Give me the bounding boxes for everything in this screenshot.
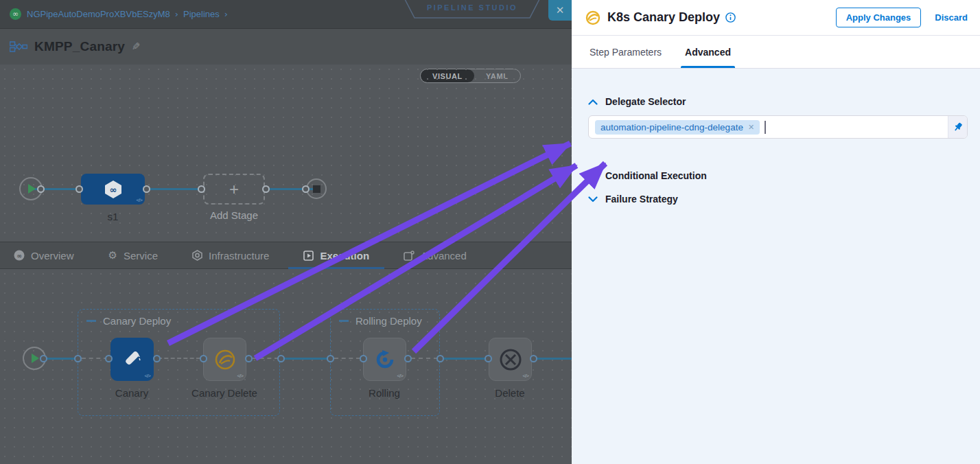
step-label: Canary Delete [176,387,272,399]
graph-port[interactable] [143,185,150,193]
connector-dashed [82,358,108,359]
graph-port[interactable] [200,355,207,362]
delegate-selector-input[interactable]: automation-pipeline-cdng-delegate ✕ [588,115,968,139]
code-icon: </> [522,373,528,379]
tab-advanced[interactable]: Advanced [401,242,469,268]
graph-port[interactable] [327,355,334,362]
graph-port[interactable] [75,185,83,193]
add-stage-button[interactable]: + [203,174,265,205]
chevron-down-icon[interactable] [588,173,598,179]
connector-line [536,358,572,360]
tab-step-parameters[interactable]: Step Parameters [588,36,663,68]
collapse-group-icon[interactable] [339,320,349,322]
panel-body: Delegate Selector automation-pipeline-cd… [572,69,980,205]
stop-icon [313,185,320,193]
rolling-step-icon [374,349,396,371]
connector-dashed [158,358,200,359]
section-title: Failure Strategy [605,194,678,205]
graph-port[interactable] [40,355,47,362]
connector-line [284,358,327,360]
breadcrumb-separator: › [224,9,228,19]
panel-title: K8s Canary Deploy [607,10,720,25]
conditional-execution-section[interactable]: Conditional Execution [588,170,968,181]
studio-badge-label: PIPELINE STUDIO [404,3,541,12]
graph-port[interactable] [485,355,492,362]
pipeline-studio-left-pane: ∞ NGPipeAutoDemoProXBVbESzyM8 › Pipeline… [0,0,572,464]
connector-line [145,188,203,190]
graph-port[interactable] [153,355,161,362]
graph-port[interactable] [404,355,412,362]
tab-execution[interactable]: Execution [301,242,372,268]
remove-tag-icon[interactable]: ✕ [748,124,754,131]
breadcrumb-project[interactable]: NGPipeAutoDemoProXBVbESzyM8 [27,9,170,19]
group-label: Canary Deploy [103,315,171,327]
connector-dashed [253,358,279,359]
execution-graph-canvas[interactable]: Canary Deploy Rolling Deploy [0,269,572,464]
stage-tabbar: ∞ Overview ⚙ Service Infrastructure Exec… [0,242,572,269]
panel-header: K8s Canary Deploy Apply Changes Discard [572,0,980,36]
collapse-group-icon[interactable] [86,320,96,322]
breadcrumb-pipelines[interactable]: Pipelines [183,9,220,19]
chevron-up-icon[interactable] [588,99,598,105]
stage-node-s1[interactable]: ∞ </> [81,174,145,205]
k8s-canary-deploy-icon [585,10,600,25]
pipeline-titlebar: KMPP_Canary ✎ VISUAL YAML [0,29,572,65]
apply-changes-button[interactable]: Apply Changes [836,8,922,27]
step-node-rolling[interactable]: </> [363,338,406,381]
pin-button[interactable] [948,116,967,138]
graph-port[interactable] [245,355,253,362]
pipeline-title: KMPP_Canary [34,39,125,54]
step-group-canary-deploy[interactable]: Canary Deploy [78,309,280,416]
graph-port[interactable] [262,185,270,193]
stage-graph-canvas[interactable]: ∞ </> s1 + Add Stage [0,65,572,242]
breadcrumb-separator: › [175,9,178,19]
svg-text:∞: ∞ [16,253,22,259]
canary-delete-icon [214,349,236,371]
step-node-delete[interactable]: </> [489,338,532,381]
connector-dashed [334,358,360,359]
step-label: Canary [84,387,180,399]
tab-service[interactable]: ⚙ Service [106,242,161,268]
delegate-tag-label: automation-pipeline-cdng-delegate [600,122,743,132]
svg-text:∞: ∞ [109,185,117,195]
project-icon: ∞ [10,8,21,20]
chevron-down-icon[interactable] [588,196,598,202]
graph-port[interactable] [105,355,113,362]
step-label: Delete [462,387,558,399]
canary-step-icon [121,348,144,371]
discard-button[interactable]: Discard [935,12,968,23]
graph-port[interactable] [74,355,82,362]
graph-port[interactable] [37,185,45,193]
panel-tabbar: Step Parameters Advanced [572,36,980,69]
graph-port[interactable] [360,355,367,362]
graph-port[interactable] [436,355,444,362]
text-caret [765,121,766,134]
step-node-canary-delete[interactable]: </> [203,338,246,381]
overview-icon: ∞ [14,250,25,261]
delegate-selector-section[interactable]: Delegate Selector [588,96,968,107]
code-icon: </> [144,373,150,379]
close-icon[interactable]: ✕ [548,0,572,21]
play-icon [28,184,36,194]
gear-icon: ⚙ [108,249,117,262]
edit-icon[interactable]: ✎ [132,40,141,53]
delegate-tag[interactable]: automation-pipeline-cdng-delegate ✕ [595,120,760,135]
graph-port[interactable] [198,185,205,193]
tab-infrastructure[interactable]: Infrastructure [189,242,272,268]
delete-step-icon [499,348,522,371]
graph-port[interactable] [302,185,310,193]
graph-port[interactable] [530,355,537,362]
graph-port[interactable] [277,355,285,362]
advanced-icon [404,251,415,261]
tab-advanced[interactable]: Advanced [684,36,732,68]
tab-overview[interactable]: ∞ Overview [11,242,77,268]
play-icon [32,353,39,363]
pipeline-studio-badge: PIPELINE STUDIO [404,0,541,19]
failure-strategy-section[interactable]: Failure Strategy [588,194,968,205]
section-title: Delegate Selector [605,96,686,107]
step-config-panel: K8s Canary Deploy Apply Changes Discard … [572,0,980,464]
step-node-canary[interactable]: </> [110,338,154,381]
info-icon[interactable] [725,12,736,23]
code-icon: </> [397,373,403,379]
deploy-stage-icon: ∞ [102,179,125,200]
